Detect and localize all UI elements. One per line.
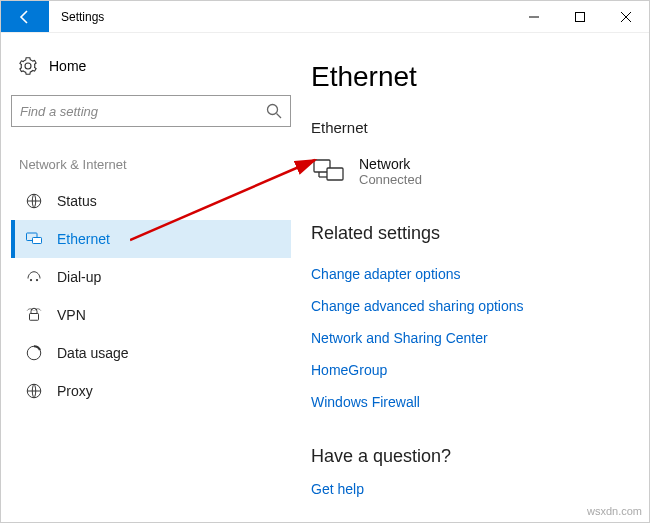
proxy-icon — [25, 382, 43, 400]
nav-label: Status — [57, 193, 97, 209]
nav-label: Proxy — [57, 383, 93, 399]
search-input[interactable] — [20, 104, 266, 119]
link-change-adapter[interactable]: Change adapter options — [311, 258, 631, 290]
related-heading: Related settings — [311, 223, 631, 244]
minimize-button[interactable] — [511, 1, 557, 32]
link-firewall[interactable]: Windows Firewall — [311, 386, 631, 418]
arrow-left-icon — [17, 9, 33, 25]
window-title: Settings — [49, 1, 511, 32]
network-item[interactable]: Network Connected — [311, 150, 631, 193]
page-title: Ethernet — [311, 61, 631, 93]
sidebar-item-dialup[interactable]: Dial-up — [11, 258, 291, 296]
search-box[interactable] — [11, 95, 291, 127]
settings-window: Settings Home Network & Internet Status — [0, 0, 650, 523]
gear-icon — [19, 57, 37, 75]
svg-line-3 — [277, 114, 282, 119]
sidebar-item-status[interactable]: Status — [11, 182, 291, 220]
maximize-button[interactable] — [557, 1, 603, 32]
window-controls — [511, 1, 649, 32]
svg-rect-9 — [30, 314, 39, 321]
search-icon — [266, 103, 282, 119]
home-label: Home — [49, 58, 86, 74]
link-advanced-sharing[interactable]: Change advanced sharing options — [311, 290, 631, 322]
question-heading: Have a question? — [311, 446, 631, 467]
link-get-help[interactable]: Get help — [311, 473, 631, 505]
sidebar-item-proxy[interactable]: Proxy — [11, 372, 291, 410]
nav-label: Ethernet — [57, 231, 110, 247]
svg-point-8 — [36, 279, 38, 281]
sidebar-item-ethernet[interactable]: Ethernet — [11, 220, 291, 258]
svg-rect-13 — [327, 168, 343, 180]
network-text: Network Connected — [359, 156, 422, 187]
svg-rect-6 — [33, 238, 42, 244]
dialup-icon — [25, 268, 43, 286]
globe-icon — [25, 192, 43, 210]
svg-point-2 — [268, 105, 278, 115]
link-sharing-center[interactable]: Network and Sharing Center — [311, 322, 631, 354]
network-status: Connected — [359, 172, 422, 187]
link-homegroup[interactable]: HomeGroup — [311, 354, 631, 386]
related-settings: Related settings Change adapter options … — [311, 223, 631, 418]
sidebar-item-datausage[interactable]: Data usage — [11, 334, 291, 372]
vpn-icon — [25, 306, 43, 324]
data-usage-icon — [25, 344, 43, 362]
main-panel: Ethernet Ethernet Network Connected Rela… — [301, 33, 649, 522]
network-pc-icon — [313, 159, 345, 185]
ethernet-icon — [25, 230, 43, 248]
nav-label: Dial-up — [57, 269, 101, 285]
sidebar: Home Network & Internet Status Ethernet … — [1, 33, 301, 522]
question-section: Have a question? Get help — [311, 446, 631, 505]
network-name: Network — [359, 156, 422, 172]
home-button[interactable]: Home — [11, 51, 291, 81]
svg-rect-1 — [576, 12, 585, 21]
nav-label: Data usage — [57, 345, 129, 361]
titlebar: Settings — [1, 1, 649, 33]
svg-point-7 — [30, 279, 32, 281]
content-area: Home Network & Internet Status Ethernet … — [1, 33, 649, 522]
close-button[interactable] — [603, 1, 649, 32]
back-button[interactable] — [1, 1, 49, 32]
nav-label: VPN — [57, 307, 86, 323]
nav-group-label: Network & Internet — [11, 155, 291, 182]
section-heading: Ethernet — [311, 119, 631, 136]
sidebar-item-vpn[interactable]: VPN — [11, 296, 291, 334]
